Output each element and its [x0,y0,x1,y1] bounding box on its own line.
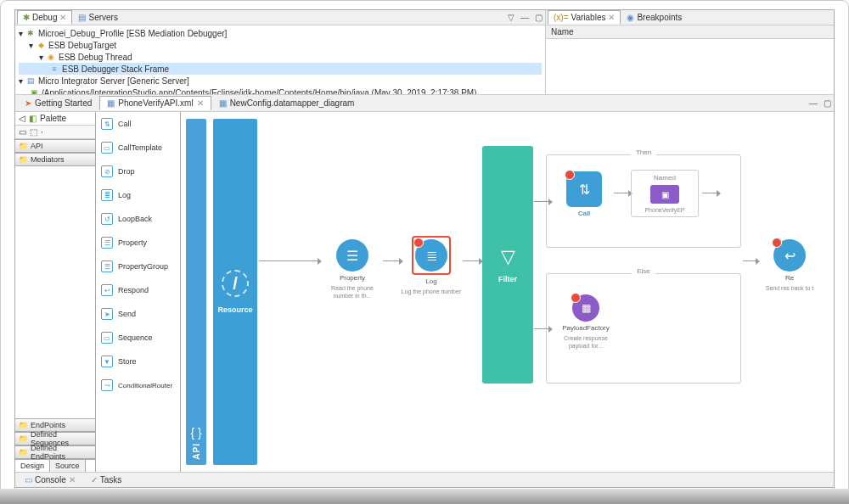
minimize-icon[interactable]: — [520,13,530,23]
log-icon: ≣ [101,189,113,201]
java-icon: ▣ [29,87,39,94]
close-icon[interactable]: ✕ [608,13,615,22]
node-log[interactable]: ≣ Log Log the phone number [400,236,463,295]
tab-debug-label: Debug [32,13,57,22]
palette-item-log[interactable]: ≣Log [96,183,180,207]
tree-target[interactable]: ▾ ◆ ESB DebugTarget [19,39,542,51]
marquee-tool-icon[interactable]: ⬚ [30,127,37,137]
tab-variables-label: Variables [571,13,606,22]
target-icon: ◆ [36,40,46,50]
diagram-icon: ▦ [219,98,227,108]
editor-tab-getting-started[interactable]: ➤ Getting Started [17,96,99,110]
palette-item-store[interactable]: ▼Store [96,350,180,373]
maximize-icon[interactable]: ▢ [822,98,832,109]
tree-server-path-label: /Applications/IntegrationStudio.app/Cont… [42,88,477,95]
flow-canvas[interactable]: { } API / Resource ☰ Property Read the p… [181,112,834,472]
palette-item-drop[interactable]: ⊘Drop [96,160,180,183]
flow-arrow [534,201,549,202]
view-menu-icon[interactable]: ▽ [506,13,516,23]
design-tab[interactable]: Design [15,460,50,472]
flow-arrow [614,193,629,193]
breakpoint-icon [565,170,575,180]
filter-label: Filter [498,275,517,283]
variables-panel: (x)= Variables ✕ ◉ Breakpoints Name [545,10,834,94]
palette-cat-api[interactable]: 📁 API [15,139,95,153]
expand-icon[interactable]: ▾ [29,41,33,50]
api-block[interactable]: { } API [186,119,206,465]
folder-icon: 📁 [19,434,28,443]
node-call[interactable]: ⇅ Call [553,171,616,217]
loopback-icon: ↺ [101,213,113,225]
bug-icon: ✱ [23,13,30,22]
tab-console[interactable]: ▭ Console ✕ [19,473,82,487]
tab-tasks-label: Tasks [100,475,122,484]
folder-icon: 📁 [19,155,28,164]
tab-console-label: Console [35,475,66,484]
palette-cat-mediators[interactable]: 📁 Mediators [15,153,95,166]
collapse-icon[interactable]: ◁ [19,114,25,123]
tree-thread[interactable]: ▾ ◉ ESB Debug Thread [19,51,542,63]
tree-profile[interactable]: ▾ ✱ Microei_Debug_Profile [ESB Mediation… [19,27,542,39]
tree-frame[interactable]: ≡ ESB Debugger Stack Frame [19,63,542,75]
palette-item-property[interactable]: ☰Property [96,231,180,255]
drop-icon: ⊘ [101,165,113,177]
named-endpoint[interactable]: Named ▣ PhoneVerifyEP [631,170,699,217]
tree-server[interactable]: ▾ ▤ Micro Integrator Server [Generic Ser… [19,75,542,87]
store-icon: ▼ [101,356,113,367]
xml-icon: ▦ [107,98,115,108]
source-tab[interactable]: Source [50,460,86,472]
palette-icon: ◧ [29,114,37,123]
palette-cat-defep[interactable]: 📁 Defined EndPoints [15,445,95,459]
payload-circle-icon: ▦ [572,294,599,322]
expand-icon[interactable]: ▾ [39,53,43,62]
palette-item-respond[interactable]: ↩Respond [96,278,180,302]
palette-item-sequence[interactable]: ▭Sequence [96,326,180,350]
node-respond[interactable]: ↩ Re Send res back to t [758,239,821,292]
breakpoint-icon [772,238,782,248]
tree-server-path[interactable]: ▣ /Applications/IntegrationStudio.app/Co… [19,87,542,94]
palette-item-call[interactable]: ⇅Call [96,112,180,136]
node-payload-sub: Create response payload for... [554,334,617,350]
close-icon[interactable]: ✕ [69,475,76,484]
api-curly-icon: { } [190,426,201,440]
minimize-icon[interactable]: — [808,98,818,109]
close-icon[interactable]: ✕ [197,98,204,108]
tab-variables[interactable]: (x)= Variables ✕ [548,10,621,25]
close-icon[interactable]: ✕ [59,13,66,22]
palette-item-propertygroup[interactable]: ☰PropertyGroup [96,255,180,278]
tab-debug[interactable]: ✱ Debug ✕ [17,10,72,25]
tab-tasks[interactable]: ✓ Tasks [85,473,128,487]
editor-tab-phoneverify[interactable]: ▦ PhoneVerifyAPI.xml ✕ [99,96,211,110]
flow-arrow [743,260,756,261]
flow-arrow [383,260,400,261]
expand-icon[interactable]: ▾ [19,76,23,86]
variables-body [546,39,834,94]
filter-block[interactable]: ▽ Filter [482,146,533,384]
property-icon: ☰ [101,237,113,249]
tree-frame-label: ESB Debugger Stack Frame [62,64,169,74]
node-respond-sub: Send res back to t [766,284,813,292]
palette-item-loopback[interactable]: ↺LoopBack [96,207,180,231]
tree-profile-label: Microei_Debug_Profile [ESB Mediation Deb… [38,29,227,38]
palette-item-conditionalrouter[interactable]: ⤳ConditionalRouter [96,373,180,397]
select-tool-icon[interactable]: ▭ [19,127,26,137]
node-respond-title: Re [785,274,794,282]
expand-icon[interactable]: ▾ [19,29,23,38]
palette: ◁ ◧ Palette ▭ ⬚ · 📁 API 📁 Mediators 📁 En [15,112,96,472]
node-property[interactable]: ☰ Property Read the phone number in th..… [321,239,384,300]
node-payloadfactory[interactable]: ▦ PayloadFactory Create response payload… [554,294,617,350]
console-icon: ▭ [25,475,32,484]
servers-icon: ▤ [78,13,86,22]
folder-icon: 📁 [19,421,28,429]
server-icon: ▤ [25,76,36,86]
resource-block[interactable]: / Resource [213,119,257,465]
editor-tab-newconfig[interactable]: ▦ NewConfig.datamapper_diagram [211,96,363,110]
tab-servers[interactable]: ▤ Servers [72,10,123,25]
tab-breakpoints[interactable]: ◉ Breakpoints [621,10,688,25]
palette-item-send[interactable]: ➤Send [96,302,180,326]
tab-breakpoints-label: Breakpoints [637,13,682,22]
palette-item-calltemplate[interactable]: ▭CallTemplate [96,136,180,160]
resource-label: Resource [217,305,252,314]
rocket-icon: ➤ [25,98,31,108]
maximize-icon[interactable]: ▢ [533,13,543,23]
